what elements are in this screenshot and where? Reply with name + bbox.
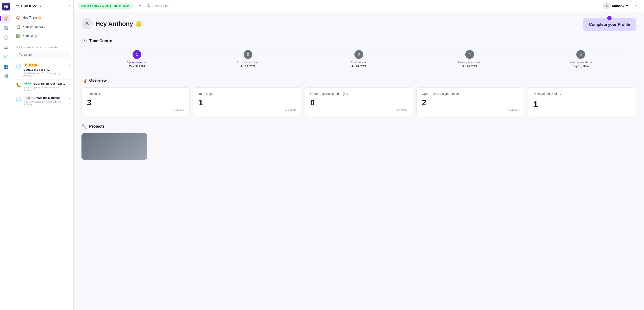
step-2-circle: 2 [244, 50, 252, 59]
nav-whiteboard-label: Your Whiteboard [23, 25, 46, 28]
entry-1-icon: 📄 [16, 63, 21, 69]
step-4-label: Next cycle starts on [458, 61, 481, 64]
profile-card-title: Complete your Profile [589, 22, 630, 27]
user-name: Anthony [612, 4, 624, 8]
timeline-step-3: 3 Cycle ends on Jul 24, 2024 [304, 50, 414, 68]
card-open-tasks-label: Open Tasks Assigned to you [422, 92, 519, 96]
primary-nav: 🏠 Hey There 👋 📋 Your Whiteboard 📗 Your D… [12, 11, 74, 42]
nav-icon-tasks[interactable]: ☑️ [2, 24, 10, 32]
card-open-bugs: Open Bugs Assigned to you 0 1 closed [305, 87, 413, 116]
timeline-step-2: 2 Cooldown starts on Jul 10, 2024 [192, 50, 303, 68]
entry-1-content: In Progress Update the list of i... #tas… [24, 63, 66, 77]
active-indicator [0, 16, 1, 21]
left-panel: ↪ Plan B Demo ▾ 🏠 Hey There 👋 📋 Your Whi… [12, 0, 74, 310]
project-thumbnail[interactable] [82, 133, 147, 159]
topbar-search-label: Search Ctrl-K [152, 4, 171, 8]
quick-search-input[interactable] [24, 53, 67, 56]
card-total-bugs-footer: 1 closed [199, 108, 296, 111]
content: A Hey Anthony 👋 Complete your Profile 🕐 … [74, 12, 644, 310]
logo[interactable]: PB [2, 3, 10, 10]
entry-2-icon: 🐛 [16, 82, 21, 87]
nav-whiteboard[interactable]: 📋 Your Whiteboard [12, 22, 74, 31]
projects-label: Projects [89, 124, 105, 129]
timeline: 1 Cycle started on May 30, 2024 2 Cooldo… [82, 48, 636, 70]
nav-hey-there[interactable]: 🏠 Hey There 👋 [12, 13, 74, 22]
hero-section: A Hey Anthony 👋 Complete your Profile [82, 18, 636, 31]
entry-3-badge: Todo [24, 96, 32, 100]
user-menu[interactable]: A Anthony ▾ [601, 1, 630, 10]
step-3-date: Jul 24, 2024 [351, 65, 366, 68]
overview-section: 📊 Overview Total tasks 3 0 closed Total … [82, 78, 636, 116]
card-total-bugs-label: Total bugs [199, 92, 296, 96]
quick-search-box[interactable]: 🔍 [16, 51, 70, 58]
nav-icon-settings[interactable]: ⚙️ [2, 72, 10, 80]
step-3-label: Cycle ends on [350, 61, 367, 64]
nav-icon-book[interactable]: 📖 [2, 43, 10, 52]
hero-text: Hey Anthony 👋 [96, 20, 142, 27]
entry-1-badge: In Progress [24, 63, 39, 67]
nav-icon-people[interactable]: 👥 [2, 62, 10, 71]
nav-icon-page[interactable]: 📄 [2, 52, 10, 61]
step-5-label: Next cycle ends on [570, 61, 592, 64]
step-1-date: May 30, 2024 [129, 65, 145, 68]
step-3-circle: 3 [354, 50, 363, 59]
icon-sidebar: PB 🏠 ☑️ 🕐 📖 📄 👥 ⚙️ [0, 0, 12, 310]
hero-avatar: A [82, 18, 93, 29]
entry-2-meta: #bug-16 opened 7 minutes ago by Anthony [24, 86, 66, 91]
nav-diary[interactable]: 📗 Your Diary [12, 31, 74, 40]
profile-card[interactable]: Complete your Profile [583, 18, 636, 31]
projects-title: 🔧 Projects [82, 124, 636, 129]
search-icon: 🔍 [18, 53, 22, 56]
workspace-chevron-icon: ▾ [68, 4, 70, 7]
projects-section: 🔧 Projects [82, 124, 636, 159]
card-diary-notes: Note written in Diary 1 [528, 87, 636, 116]
entry-3-title: Create the Manifest [34, 96, 60, 100]
nav-diary-label: Your Diary [23, 34, 37, 38]
time-control-label: Time Control [89, 39, 114, 43]
card-open-bugs-label: Open Bugs Assigned to you [310, 92, 408, 96]
topbar: Cycle 1 / May 30, 2024 - Jul 24, 2024 + … [74, 0, 644, 12]
entry-3-chevron-icon: › [69, 96, 70, 100]
entry-2-content: Done Bug: Delete User Exc... #bug-16 ope… [24, 82, 66, 91]
entry-3-icon: 📄 [16, 96, 21, 102]
overview-title: 📊 Overview [82, 78, 636, 83]
whiteboard-icon: 📋 [16, 24, 20, 29]
card-diary-notes-label: Note written in Diary [534, 92, 631, 96]
entry-item-3[interactable]: 📄 Todo Create the Manifest #task-19 open… [16, 94, 70, 108]
overview-icon: 📊 [82, 78, 87, 83]
entry-item-2[interactable]: 🐛 Done Bug: Delete User Exc... #bug-16 o… [16, 80, 70, 94]
topbar-search[interactable]: 🔍 Search Ctrl-K [147, 4, 597, 8]
entry-2-title: Bug: Delete User Exc... [34, 82, 65, 85]
step-1-circle: 1 [132, 50, 141, 59]
nav-icon-clock[interactable]: 🕐 [2, 33, 10, 42]
projects-icon: 🔧 [82, 124, 87, 129]
card-total-bugs: Total bugs 1 1 closed [193, 87, 302, 116]
main-area: Cycle 1 / May 30, 2024 - Jul 24, 2024 + … [74, 0, 644, 310]
entry-1-meta: #task-18 opened 5 minutes ago by Anthony [24, 72, 66, 77]
help-button[interactable]: ? [632, 2, 640, 9]
entry-2-header: Done Bug: Delete User Exc... [24, 82, 66, 85]
card-open-tasks-footer: 0 closed [422, 108, 519, 111]
step-5-circle: 5 [576, 50, 585, 59]
timeline-step-1: 1 Cycle started on May 30, 2024 [82, 50, 192, 68]
card-total-bugs-value: 1 [199, 97, 296, 108]
entry-3-meta: #task-19 opened 5 minutes ago by Anthony [24, 100, 66, 106]
step-5-date: Sep 18, 2024 [573, 65, 588, 68]
time-control-icon: 🕐 [82, 38, 87, 43]
hero-greeting: A Hey Anthony 👋 [82, 18, 142, 29]
entry-3-header: Todo Create the Manifest [24, 96, 66, 100]
card-total-tasks-footer: 0 closed [87, 108, 184, 111]
entry-1-title: Update the list of i... [24, 68, 50, 71]
workspace-header[interactable]: ↪ Plan B Demo ▾ [12, 0, 74, 11]
cycle-badge[interactable]: Cycle 1 / May 30, 2024 - Jul 24, 2024 [78, 3, 133, 9]
add-button[interactable]: + [136, 2, 143, 9]
nav-icon-home[interactable]: 🏠 [2, 14, 10, 23]
card-open-bugs-footer: 1 closed [310, 108, 408, 111]
step-1-label: Cycle started on [127, 61, 147, 64]
overview-cards: Total tasks 3 0 closed Total bugs 1 1 cl… [82, 87, 636, 116]
step-4-date: Jul 25, 2024 [462, 65, 477, 68]
profile-card-dot [607, 16, 612, 20]
entry-2-chevron-icon: › [69, 82, 70, 86]
card-diary-notes-value: 1 [534, 97, 631, 111]
entry-item-1[interactable]: 📄 In Progress Update the list of i... #t… [16, 61, 70, 80]
